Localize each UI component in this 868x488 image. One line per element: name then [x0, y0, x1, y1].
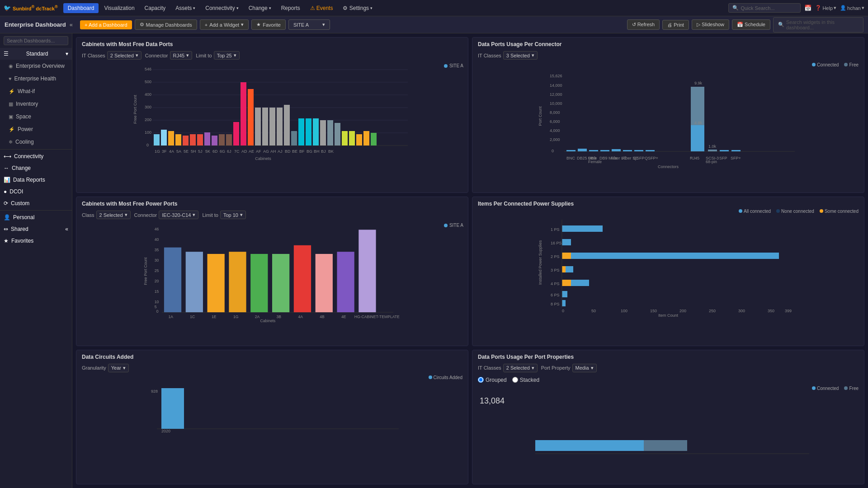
svg-text:546: 546	[145, 67, 151, 71]
nav-visualization[interactable]: Visualization	[99, 3, 139, 13]
svg-rect-17	[168, 131, 174, 145]
widget2-it-classes: IT Classes 3 Selected ▾	[478, 51, 538, 60]
widget6-port-property-select[interactable]: Media ▾	[572, 364, 597, 372]
sidebar-item-power[interactable]: ⚡ Power	[0, 123, 72, 136]
sidebar-item-connectivity[interactable]: ⟷ Connectivity	[0, 150, 72, 162]
stacked-radio[interactable]	[512, 377, 518, 383]
svg-text:4A: 4A	[169, 149, 174, 154]
slideshow-button[interactable]: ▷ ▷ SlideshowSlideshow	[692, 19, 729, 30]
widget-free-data-ports: Cabinets with Most Free Data Ports IT Cl…	[76, 37, 468, 193]
widget-data-ports-connector: Data Ports Usage Per Connector IT Classe…	[472, 37, 864, 193]
svg-text:0: 0	[156, 309, 159, 314]
schedule-button[interactable]: 📅 Schedule	[732, 19, 770, 30]
stacked-radio-label[interactable]: Stacked	[512, 377, 539, 383]
add-icon: +	[205, 22, 208, 28]
svg-text:1C: 1C	[190, 314, 195, 319]
svg-text:2A: 2A	[255, 314, 260, 319]
nav-reports[interactable]: Reports	[277, 3, 305, 13]
sidebar-item-shared[interactable]: ⇔ Shared «	[0, 223, 72, 235]
nav-items: Dashboard Visualization Capacity Assets …	[63, 3, 729, 13]
calendar-icon[interactable]: 📅	[804, 5, 811, 11]
power-supplies-chart-svg: 1 PS 16 PS 2 PS 3 PS 4 PS 6 PS 8 PS 0 50…	[476, 217, 860, 317]
widget6-it-classes-select[interactable]: 2 Selected ▾	[503, 364, 538, 372]
svg-text:9.9k: 9.9k	[694, 81, 703, 85]
chevron-down-icon: ▾	[125, 212, 127, 218]
svg-text:12,000: 12,000	[550, 92, 562, 97]
change-icon: ↔	[4, 165, 9, 171]
svg-text:6 PS: 6 PS	[551, 293, 560, 297]
svg-rect-88	[634, 150, 643, 151]
svg-rect-181	[644, 440, 687, 451]
global-search[interactable]: 🔍 Quick Search...	[728, 3, 801, 13]
help-button[interactable]: ❓ Help ▾	[815, 5, 836, 11]
svg-text:BE: BE	[292, 149, 297, 154]
widget2-body: 15,626 14,000 12,000 10,000 8,000 6,000 …	[472, 69, 864, 174]
standard-section: ☰ Standard ▾ ◉ Enterprise Overview ♥ Ent…	[0, 48, 72, 148]
sidebar-search-input[interactable]	[4, 36, 68, 45]
sidebar-item-data-reports[interactable]: 📊 Data Reports	[0, 174, 72, 186]
widget3-class-select[interactable]: 2 Selected ▾	[96, 211, 131, 219]
site-selector[interactable]: SITE A ▾	[288, 19, 330, 30]
widget1-limit: Limit to Top 25 ▾	[196, 51, 240, 60]
circuits-dot	[429, 375, 432, 379]
svg-text:2020: 2020	[161, 429, 170, 433]
widget3-limit-select[interactable]: Top 10 ▾	[220, 211, 246, 219]
svg-text:Installed Power Supplies: Installed Power Supplies	[538, 240, 542, 285]
widget6-title: Data Ports Usage Per Port Properties	[478, 354, 574, 360]
widget1-connector-select[interactable]: RJ45 ▾	[170, 51, 193, 60]
nav-events[interactable]: ⚠ Events	[306, 3, 338, 13]
nav-capacity[interactable]: Capacity	[140, 3, 170, 13]
widget5-granularity-select[interactable]: Year ▾	[108, 364, 129, 372]
widget1-title: Cabinets with Most Free Data Ports	[82, 41, 173, 47]
svg-text:4,000: 4,000	[550, 128, 560, 133]
widget1-limit-select[interactable]: Top 25 ▾	[214, 51, 240, 60]
widget1-body: SITE A 546 500 400 300 200 100 0	[76, 62, 468, 167]
widget3-limit: Limit to Top 10 ▾	[202, 211, 246, 219]
sidebar: ☰ Standard ▾ ◉ Enterprise Overview ♥ Ent…	[0, 33, 72, 488]
svg-rect-27	[241, 82, 246, 145]
nav-change[interactable]: Change ▾	[244, 3, 276, 13]
svg-rect-171	[562, 291, 567, 297]
svg-rect-84	[589, 150, 598, 151]
svg-text:Cabinets: Cabinets	[255, 156, 271, 161]
sidebar-item-personal[interactable]: 👤 Personal	[0, 211, 72, 223]
health-icon: ♥	[9, 76, 12, 81]
widget-search[interactable]: 🔍 Search widgets in this dashboard...	[773, 17, 863, 33]
user-button[interactable]: 👤 hchan ▾	[840, 5, 864, 11]
widget3-connector-select[interactable]: IEC-320-C14 ▾	[159, 211, 198, 219]
sidebar-item-change[interactable]: ↔ Change	[0, 162, 72, 174]
print-button[interactable]: 🖨 Print	[662, 20, 689, 30]
svg-text:6J: 6J	[227, 149, 231, 154]
sidebar-item-custom[interactable]: ⟳ Custom	[0, 197, 72, 209]
sidebar-collapse-button[interactable]: «	[70, 21, 73, 28]
svg-text:5E: 5E	[184, 149, 189, 154]
nav-settings[interactable]: ⚙ Settings ▾	[338, 3, 377, 13]
nav-dashboard[interactable]: Dashboard	[63, 3, 99, 13]
add-dashboard-button[interactable]: + Add a Dashboard	[80, 20, 132, 29]
sidebar-search-container	[0, 33, 72, 48]
sidebar-item-inventory[interactable]: ▦ Inventory	[0, 98, 72, 110]
sidebar-item-what-if[interactable]: ⚡ What-if	[0, 85, 72, 98]
svg-text:3F: 3F	[162, 149, 167, 154]
sidebar-item-favorites[interactable]: ★ Favorites	[0, 235, 72, 247]
svg-text:BH: BH	[314, 149, 320, 154]
standard-section-header[interactable]: ☰ Standard ▾	[0, 48, 72, 60]
sidebar-item-space[interactable]: ▣ Space	[0, 110, 72, 123]
svg-rect-127	[208, 254, 225, 312]
svg-rect-163	[562, 225, 603, 232]
sidebar-item-cooling[interactable]: ❄ Cooling	[0, 136, 72, 148]
nav-connectivity[interactable]: Connectivity ▾	[201, 3, 243, 13]
grouped-radio[interactable]	[478, 377, 484, 383]
widget2-it-classes-select[interactable]: 3 Selected ▾	[503, 51, 538, 60]
sidebar-item-enterprise-health[interactable]: ♥ Enterprise Health	[0, 72, 72, 85]
add-widget-button[interactable]: + Add a Widget ▾	[200, 19, 249, 30]
refresh-button[interactable]: ↺ ↺ RefreshRefresh	[627, 19, 660, 30]
svg-text:10,000: 10,000	[550, 101, 562, 106]
grouped-radio-label[interactable]: Grouped	[478, 377, 507, 383]
nav-assets[interactable]: Assets ▾	[171, 3, 200, 13]
widget1-it-classes-select[interactable]: 2 Selected ▾	[107, 51, 142, 60]
sidebar-item-enterprise-overview[interactable]: ◉ Enterprise Overview	[0, 60, 72, 72]
favorite-button[interactable]: ★ ★ Favorite Favorite	[251, 19, 286, 30]
manage-dashboards-button[interactable]: ⚙ Manage Dashboards	[135, 19, 197, 30]
sidebar-item-dcoi[interactable]: ● DCOI	[0, 186, 72, 197]
